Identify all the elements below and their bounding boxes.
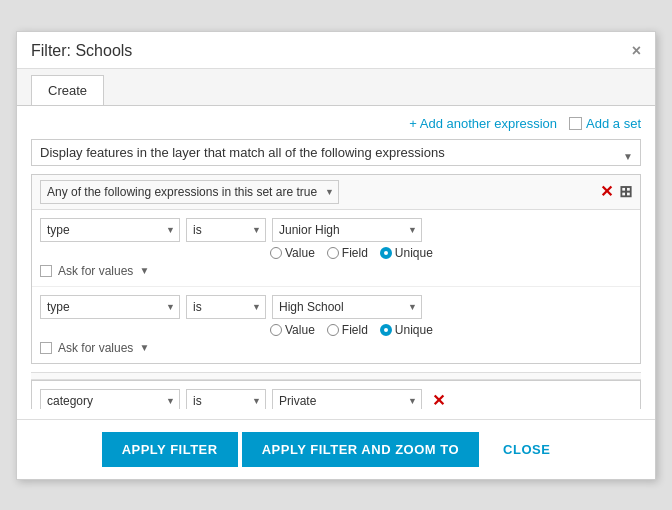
tab-create[interactable]: Create [31,75,104,105]
dialog-title: Filter: Schools [31,42,132,60]
set-select-wrapper: Any of the following expressions in this… [40,180,339,204]
add-set-checkbox[interactable] [569,117,582,130]
radio-field-label-2: Field [342,323,368,337]
radio-value-label-1: Value [285,246,315,260]
outer-field-select[interactable]: category [40,389,180,409]
outer-field-select-wrap: category [40,389,180,409]
outer-op-select-wrap: is [186,389,266,409]
radio-field-label-1: Field [342,246,368,260]
field-select-1[interactable]: type [40,218,180,242]
radio-value-2[interactable]: Value [270,323,315,337]
outer-op-select[interactable]: is [186,389,266,409]
set-select[interactable]: Any of the following expressions in this… [40,180,339,204]
outer-expression-box: category is Private [31,380,641,409]
filter-dialog: Filter: Schools × Create + Add another e… [16,31,656,480]
ask-dropdown-icon-2[interactable]: ▼ [139,342,149,353]
radio-row-2: Value Field Unique [270,323,632,337]
field-select-wrap-2: type [40,295,180,319]
main-filter-select[interactable]: Display features in the layer that match… [31,139,641,166]
close-x-icon[interactable]: × [632,43,641,59]
val-select-2[interactable]: High School [272,295,422,319]
outer-expr-fields: category is Private [40,389,632,409]
radio-unique-2[interactable]: Unique [380,323,433,337]
val-select-1[interactable]: Junior High [272,218,422,242]
expression-row-1: type is Junior High [32,210,640,287]
set-controls: ✕ ⊞ [600,182,632,201]
ask-dropdown-icon-1[interactable]: ▼ [139,265,149,276]
close-button[interactable]: CLOSE [483,432,570,467]
radio-field-circle-2 [327,324,339,336]
val-select-wrap-2: High School [272,295,422,319]
outer-expression-row: category is Private [32,381,640,409]
ask-label-1: Ask for values [58,264,133,278]
ask-row-2: Ask for values ▼ [40,341,632,355]
op-select-wrap-1: is [186,218,266,242]
set-header: Any of the following expressions in this… [32,175,640,210]
radio-field-2[interactable]: Field [327,323,368,337]
radio-unique-circle-1 [380,247,392,259]
ask-checkbox-2[interactable] [40,342,52,354]
field-select-2[interactable]: type [40,295,180,319]
add-expression-link[interactable]: + Add another expression [409,116,557,131]
tabs-bar: Create [17,69,655,106]
apply-filter-zoom-button[interactable]: APPLY FILTER AND ZOOM TO [242,432,479,467]
set-box: Any of the following expressions in this… [31,174,641,364]
radio-unique-label-2: Unique [395,323,433,337]
field-select-wrap-1: type [40,218,180,242]
radio-unique-1[interactable]: Unique [380,246,433,260]
top-actions: + Add another expression Add a set [31,116,641,131]
outer-val-select-wrap: Private [272,389,422,409]
separator [31,372,641,380]
radio-unique-circle-2 [380,324,392,336]
val-select-wrap-1: Junior High [272,218,422,242]
radio-unique-label-1: Unique [395,246,433,260]
outer-remove-icon[interactable]: ✕ [432,391,445,409]
scrollable-area[interactable]: Any of the following expressions in this… [31,174,641,409]
radio-row-1: Value Field Unique [270,246,632,260]
ask-row-1: Ask for values ▼ [40,264,632,278]
radio-value-label-2: Value [285,323,315,337]
ask-checkbox-1[interactable] [40,265,52,277]
radio-field-1[interactable]: Field [327,246,368,260]
op-select-wrap-2: is [186,295,266,319]
set-move-icon[interactable]: ⊞ [619,182,632,201]
op-select-1[interactable]: is [186,218,266,242]
radio-field-circle-1 [327,247,339,259]
apply-filter-button[interactable]: APPLY FILTER [102,432,238,467]
dialog-title-bar: Filter: Schools × [17,32,655,69]
expr-fields-1: type is Junior High [40,218,632,242]
expression-row-2: type is High School [32,287,640,363]
outer-val-select[interactable]: Private [272,389,422,409]
dialog-footer: APPLY FILTER APPLY FILTER AND ZOOM TO CL… [17,419,655,479]
ask-label-2: Ask for values [58,341,133,355]
op-select-2[interactable]: is [186,295,266,319]
radio-value-circle-2 [270,324,282,336]
dialog-body: + Add another expression Add a set Displ… [17,106,655,419]
radio-value-circle-1 [270,247,282,259]
add-set-link[interactable]: Add a set [586,116,641,131]
radio-value-1[interactable]: Value [270,246,315,260]
expr-fields-2: type is High School [40,295,632,319]
set-remove-icon[interactable]: ✕ [600,182,613,201]
main-filter-wrapper: Display features in the layer that match… [31,139,641,174]
